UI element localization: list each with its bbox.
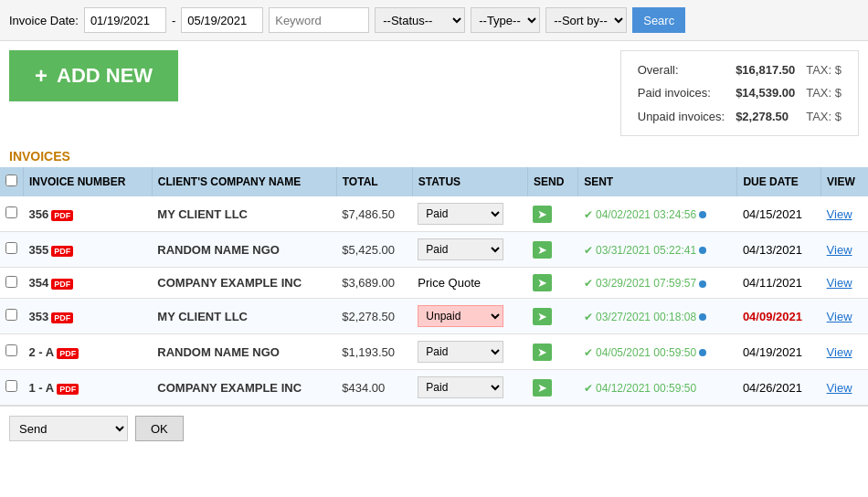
row-checkbox[interactable] <box>5 242 17 254</box>
unpaid-tax: TAX: $ <box>800 105 847 128</box>
header-send: SEND <box>527 167 577 196</box>
row-checkbox[interactable] <box>5 276 17 288</box>
status-cell: PaidUnpaidPrice Quote <box>412 370 527 406</box>
date-separator: - <box>172 14 175 27</box>
send-button[interactable]: ➤ <box>533 308 552 325</box>
overall-label: Overall: <box>632 58 730 81</box>
due-date-cell: 04/13/2021 <box>737 232 821 268</box>
header-status: STATUS <box>412 167 527 196</box>
row-checkbox[interactable] <box>5 309 17 321</box>
blue-dot-icon <box>699 349 706 356</box>
status-select[interactable]: PaidUnpaidPrice Quote <box>418 376 503 398</box>
paid-tax: TAX: $ <box>800 81 847 104</box>
table-header-row: INVOICE NUMBER CLIENT'S COMPANY NAME TOT… <box>0 167 868 196</box>
invoice-number-cell: 2 - APDF <box>24 334 153 370</box>
header-company-name: CLIENT'S COMPANY NAME <box>152 167 336 196</box>
header-checkbox <box>0 167 24 196</box>
ok-button[interactable]: OK <box>135 416 184 441</box>
company-name: MY CLIENT LLC <box>157 310 248 323</box>
keyword-input[interactable] <box>269 7 369 33</box>
header-invoice-number: INVOICE NUMBER <box>24 167 153 196</box>
view-link[interactable]: View <box>827 345 852 359</box>
row-checkbox[interactable] <box>5 380 17 392</box>
status-cell: Price Quote <box>412 268 527 299</box>
sent-cell: ✔ 04/12/2021 00:59:50 <box>578 370 737 406</box>
status-cell: PaidUnpaidPrice Quote <box>412 196 527 232</box>
blue-dot-icon <box>699 247 706 254</box>
pdf-icon[interactable]: PDF <box>51 279 73 290</box>
invoices-section-label: INVOICES <box>0 145 868 167</box>
send-cell: ➤ <box>527 299 577 334</box>
view-link[interactable]: View <box>827 381 852 395</box>
search-button[interactable]: Searc <box>632 7 685 33</box>
row-checkbox[interactable] <box>5 344 17 356</box>
status-select[interactable]: --Status-- Paid Unpaid Price Quote <box>375 7 465 33</box>
total-amount: $5,425.00 <box>336 232 412 268</box>
header-view: VIEW <box>821 167 868 196</box>
sent-cell: ✔ 04/02/2021 03:24:56 <box>578 196 737 232</box>
overall-tax: TAX: $ <box>800 58 847 81</box>
total-amount: $7,486.50 <box>336 196 412 232</box>
status-select[interactable]: PaidUnpaidPrice Quote <box>418 341 503 363</box>
send-button[interactable]: ➤ <box>533 344 552 361</box>
header-sent: SENT <box>578 167 737 196</box>
invoice-number: 353 <box>29 310 49 323</box>
add-new-button[interactable]: + ADD NEW <box>9 50 178 101</box>
send-button[interactable]: ➤ <box>533 241 552 259</box>
total-amount: $434.00 <box>336 370 412 406</box>
company-name: RANDOM NAME NGO <box>157 345 280 359</box>
table-row: 353PDFMY CLIENT LLC$2,278.50PaidUnpaidPr… <box>0 299 868 334</box>
send-button[interactable]: ➤ <box>533 379 552 397</box>
sent-date: ✔ 03/31/2021 05:22:41 <box>584 244 696 257</box>
pdf-icon[interactable]: PDF <box>51 312 73 323</box>
select-all-checkbox[interactable] <box>5 174 17 186</box>
status-select[interactable]: PaidUnpaidPrice Quote <box>418 305 503 327</box>
sent-date: ✔ 03/29/2021 07:59:57 <box>584 277 696 290</box>
row-checkbox[interactable] <box>5 206 17 218</box>
date-from-input[interactable] <box>84 7 166 33</box>
bulk-action-select[interactable]: Send Delete Mark Paid <box>9 416 128 441</box>
view-link[interactable]: View <box>827 310 852 323</box>
date-to-input[interactable] <box>181 7 263 33</box>
blue-dot-icon <box>699 211 706 218</box>
status-cell: PaidUnpaidPrice Quote <box>412 299 527 334</box>
table-row: 2 - APDFRANDOM NAME NGO$1,193.50PaidUnpa… <box>0 334 868 370</box>
company-name: RANDOM NAME NGO <box>157 243 280 257</box>
view-link[interactable]: View <box>827 276 852 290</box>
pdf-icon[interactable]: PDF <box>57 384 79 395</box>
status-cell: PaidUnpaidPrice Quote <box>412 334 527 370</box>
due-date-cell: 04/19/2021 <box>737 334 821 370</box>
view-cell: View <box>821 268 868 299</box>
type-select[interactable]: --Type-- <box>471 7 540 33</box>
view-link[interactable]: View <box>827 207 852 221</box>
send-cell: ➤ <box>527 268 577 299</box>
status-select[interactable]: PaidUnpaidPrice Quote <box>418 238 503 260</box>
sort-select[interactable]: --Sort by-- <box>545 7 627 33</box>
header-due-date: DUE DATE <box>737 167 821 196</box>
pdf-icon[interactable]: PDF <box>51 210 73 221</box>
filter-bar: Invoice Date: - --Status-- Paid Unpaid P… <box>0 0 868 41</box>
send-button[interactable]: ➤ <box>533 206 552 223</box>
table-row: 355PDFRANDOM NAME NGO$5,425.00PaidUnpaid… <box>0 232 868 268</box>
view-cell: View <box>821 370 868 406</box>
company-name-cell: MY CLIENT LLC <box>152 299 336 334</box>
send-cell: ➤ <box>527 196 577 232</box>
total-amount: $3,689.00 <box>336 268 412 299</box>
send-button[interactable]: ➤ <box>533 274 552 291</box>
view-cell: View <box>821 334 868 370</box>
sent-cell: ✔ 04/05/2021 00:59:50 <box>578 334 737 370</box>
pdf-icon[interactable]: PDF <box>51 246 73 257</box>
unpaid-label: Unpaid invoices: <box>632 105 730 128</box>
invoice-number-cell: 1 - APDF <box>24 370 153 406</box>
sent-date: ✔ 03/27/2021 00:18:08 <box>584 311 696 323</box>
view-link[interactable]: View <box>827 243 852 257</box>
action-row: + ADD NEW Overall: $16,817.50 TAX: $ Pai… <box>0 41 868 145</box>
view-cell: View <box>821 299 868 334</box>
invoice-number: 354 <box>29 276 49 290</box>
pdf-icon[interactable]: PDF <box>57 348 79 359</box>
invoice-number: 1 - A <box>29 381 55 395</box>
invoice-number: 356 <box>29 207 49 221</box>
company-name-cell: RANDOM NAME NGO <box>152 232 336 268</box>
status-select[interactable]: PaidUnpaidPrice Quote <box>418 203 503 225</box>
sent-cell: ✔ 03/27/2021 00:18:08 <box>578 299 737 334</box>
